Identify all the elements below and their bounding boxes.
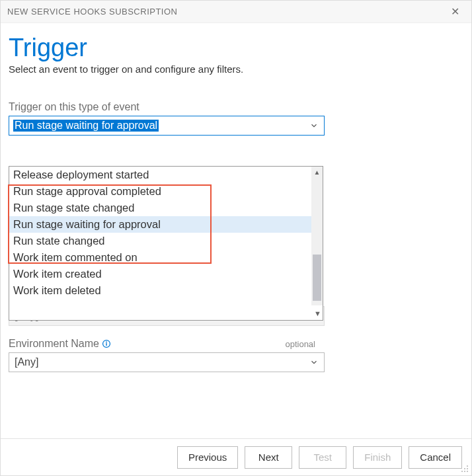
svg-rect-8	[467, 471, 468, 472]
titlebar: NEW SERVICE HOOKS SUBSCRIPTION ✕	[1, 1, 471, 23]
optional-label: optional	[285, 339, 315, 349]
event-type-field: Trigger on this type of event Run stage …	[9, 101, 325, 136]
svg-rect-5	[467, 468, 468, 469]
environment-combo[interactable]: [Any]	[9, 352, 325, 372]
dropdown-option[interactable]: Work item commented on	[9, 249, 323, 266]
dropdown-list: Release deployment startedRun stage appr…	[9, 167, 323, 299]
scroll-down-icon[interactable]: ▼	[314, 309, 321, 317]
finish-button: Finish	[353, 446, 402, 469]
dialog-window: NEW SERVICE HOOKS SUBSCRIPTION ✕ Trigger…	[0, 0, 472, 476]
dropdown-option[interactable]: Run state changed	[9, 233, 323, 249]
event-type-value: Run stage waiting for approval	[13, 120, 159, 132]
svg-rect-3	[467, 465, 468, 467]
chevron-down-icon	[309, 358, 319, 367]
event-type-dropdown[interactable]: Release deployment startedRun stage appr…	[9, 166, 323, 321]
svg-rect-6	[461, 471, 463, 472]
info-icon[interactable]	[102, 339, 111, 348]
event-type-combo[interactable]: Run stage waiting for approval	[9, 116, 325, 136]
dropdown-scrollbar[interactable]: ▲	[311, 167, 323, 305]
svg-point-1	[106, 341, 107, 342]
svg-rect-7	[464, 471, 465, 472]
scroll-thumb[interactable]	[313, 255, 321, 301]
previous-button[interactable]: Previous	[177, 446, 238, 469]
dialog-content: Trigger Select an event to trigger on an…	[1, 23, 471, 438]
page-title: Trigger	[9, 34, 463, 62]
scroll-track[interactable]	[311, 178, 323, 305]
dropdown-option[interactable]: Work item created	[9, 266, 323, 282]
next-button[interactable]: Next	[245, 446, 292, 469]
page-subtitle: Select an event to trigger on and config…	[9, 63, 463, 75]
cancel-button[interactable]: Cancel	[409, 446, 462, 469]
environment-label-text: Environment Name	[9, 338, 99, 350]
environment-field: Environment Name optional [Any]	[9, 338, 325, 372]
environment-label: Environment Name optional	[9, 338, 325, 350]
dropdown-option[interactable]: Run stage state changed	[9, 200, 323, 216]
close-icon[interactable]: ✕	[446, 3, 465, 20]
svg-rect-2	[106, 343, 106, 346]
dropdown-option[interactable]: Release deployment started	[9, 167, 323, 183]
dropdown-option[interactable]: Run stage approval completed	[9, 183, 323, 200]
dialog-footer: Previous Next Test Finish Cancel	[1, 438, 471, 475]
svg-rect-4	[464, 468, 465, 469]
dropdown-option[interactable]: Run stage waiting for approval	[9, 216, 323, 233]
resize-grip-icon[interactable]	[460, 464, 469, 473]
dropdown-option[interactable]: Work item deleted	[9, 282, 323, 299]
scroll-up-icon[interactable]: ▲	[311, 167, 323, 178]
dialog-title: NEW SERVICE HOOKS SUBSCRIPTION	[7, 7, 177, 17]
test-button: Test	[299, 446, 346, 469]
environment-value: [Any]	[13, 356, 40, 368]
event-type-label: Trigger on this type of event	[9, 101, 325, 113]
chevron-down-icon	[309, 121, 319, 130]
